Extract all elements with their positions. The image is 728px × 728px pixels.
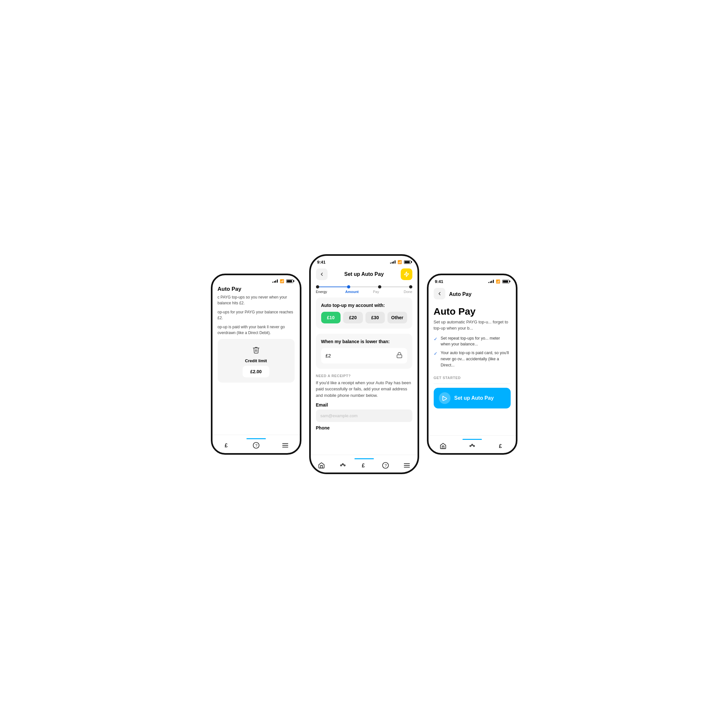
credit-limit-box: Credit limit £2.00 [218,339,295,382]
step-dot-pay [378,285,381,289]
right-page-title: Auto Pay [428,303,516,319]
center-nav-home[interactable] [318,462,325,469]
nav-item-help[interactable]: ? [252,442,260,449]
right-wifi-icon: 📶 [496,280,500,284]
right-status-icons: 📶 [488,280,509,284]
center-signal-icon [390,260,396,264]
step-line-2 [350,286,378,287]
center-nav-menu[interactable] [403,462,410,469]
credit-amount: £2.00 [243,366,269,378]
left-battery-icon [286,280,293,283]
topup-card-title: Auto top-up my account with: [321,303,407,308]
left-signal-icon [272,280,278,283]
amount-options: £10 £20 £30 Other [321,312,407,323]
svg-text:£: £ [362,462,364,468]
check-item-1: ✓ Set repeat top-ups for yo... meter whe… [434,335,511,348]
email-input[interactable]: sam@example.com [316,410,412,422]
center-nav-graph[interactable] [339,462,346,469]
progress-steps: Energy Amount Pay Done [311,283,418,295]
check-text-2: Your auto top-up is paid card, so you'll… [441,350,511,368]
svg-line-23 [473,445,473,446]
balance-card-title: When my balance is lower than: [321,339,407,344]
right-bottom-nav: £ [428,435,516,451]
balance-input-row: £2 [321,348,407,364]
svg-line-11 [341,464,342,465]
right-nav-pound[interactable]: £ [498,442,505,450]
delete-icon [250,344,262,356]
check-text-1: Set repeat top-ups for yo... meter when … [441,335,511,348]
step-label-energy: Energy [316,290,340,294]
right-header-row: Auto Pay [434,288,511,301]
lock-icon [396,352,403,359]
left-wifi-icon: 📶 [280,279,284,283]
center-nav-indicator-wrap [311,458,418,459]
left-bottom-nav: £ ? [213,435,300,451]
amount-option-10[interactable]: £10 [321,312,341,323]
right-nav-home[interactable] [439,442,447,450]
svg-text:£: £ [499,443,502,449]
center-nav-title: Set up Auto Pay [327,271,401,277]
balance-card: When my balance is lower than: £2 [316,334,412,369]
center-status-bar: 9:41 📶 [311,256,418,266]
center-back-button[interactable] [316,268,327,280]
center-phone-content: Set up Auto Pay [311,266,418,471]
setup-autopay-button[interactable]: Set up Auto Pay [434,388,511,408]
right-back-button[interactable] [434,288,445,300]
receipt-heading: NEED A RECEIPT? [316,374,412,378]
topup-card: Auto top-up my account with: £10 £20 £30… [316,298,412,329]
center-nav-header: Set up Auto Pay [311,266,418,283]
center-battery-icon [404,260,411,264]
amount-option-30[interactable]: £30 [366,312,385,323]
step-line-1 [319,286,347,287]
svg-marker-6 [404,272,409,277]
step-label-amount: Amount [340,290,364,294]
right-nav-header: Auto Pay [428,285,516,303]
right-nav-indicator [462,439,482,440]
scene: 📶 Auto Pay c PAYG top-ups so you never w… [186,254,542,474]
svg-text:?: ? [255,443,257,448]
step-label-pay: Pay [364,290,388,294]
left-main: Auto Pay c PAYG top-ups so you never whe… [213,284,300,382]
steps-labels: Energy Amount Pay Done [316,290,412,294]
center-action-button[interactable] [401,268,412,280]
step-label-done: Done [388,290,412,294]
receipt-section: NEED A RECEIPT? If you'd like a receipt … [311,371,418,435]
setup-autopay-label: Set up Auto Pay [454,395,494,401]
center-time: 9:41 [317,260,326,265]
setup-autopay-icon [439,392,451,404]
left-nav-indicator [246,438,266,439]
right-battery-icon [502,280,509,283]
balance-value: £2 [326,353,331,358]
amount-option-20[interactable]: £20 [343,312,363,323]
step-dot-amount [347,285,350,289]
nav-item-menu[interactable] [282,442,289,449]
right-status-bar: 9:41 📶 [428,275,516,285]
svg-line-22 [471,445,471,446]
center-wifi-icon: 📶 [398,260,402,264]
checkmark-icon-1: ✓ [434,336,437,348]
nav-item-pound[interactable]: £ [223,442,231,449]
center-bottom-nav: £ ? [311,455,418,471]
left-status-bar: 📶 [213,275,300,284]
center-nav-bar: £ ? [311,462,418,469]
get-started-label: GET STARTED [428,376,516,380]
check-item-2: ✓ Your auto top-up is paid card, so you'… [434,350,511,368]
right-phone-content: Auto Pay Auto Pay Set up automatic PAYG … [428,285,516,451]
step-line-3 [381,286,409,287]
step-dot-energy [316,285,319,289]
left-page-title: Auto Pay [218,286,295,292]
credit-limit-label: Credit limit [245,358,267,363]
right-nav-bar: £ [428,442,516,450]
center-nav-help[interactable]: ? [382,462,389,469]
right-nav-graph[interactable] [469,442,476,450]
left-nav-bar: £ ? [213,442,300,449]
left-desc1: c PAYG top-ups so you never when your ba… [218,294,295,306]
right-nav-indicator-wrap [428,439,516,440]
svg-text:?: ? [385,463,387,468]
svg-text:£: £ [225,442,227,448]
amount-option-other[interactable]: Other [387,312,407,323]
svg-rect-7 [397,355,402,358]
phone-label: Phone [316,425,412,430]
left-phone-content: Auto Pay c PAYG top-ups so you never whe… [213,284,300,451]
center-nav-pound[interactable]: £ [361,462,368,469]
